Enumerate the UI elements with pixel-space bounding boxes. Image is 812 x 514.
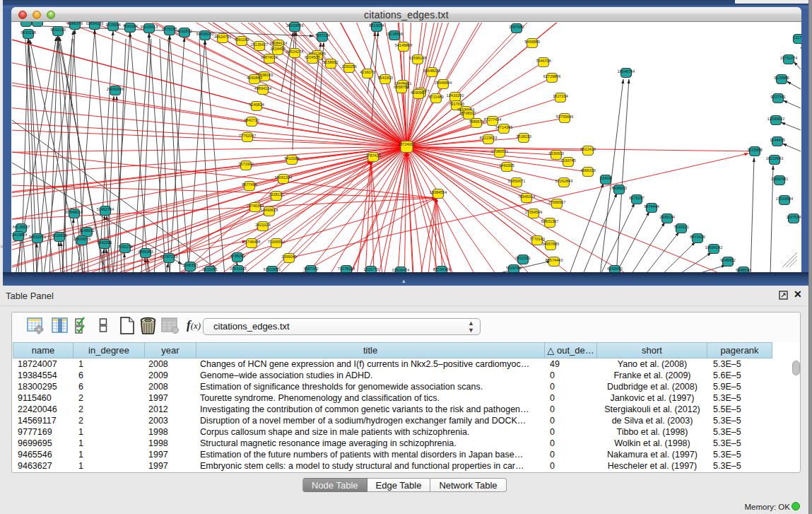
svg-text:29946804: 29946804 [435,81,452,85]
svg-text:15751074: 15751074 [780,56,797,60]
svg-text:9413186: 9413186 [284,156,299,160]
svg-text:6690967: 6690967 [411,90,425,95]
svg-text:97848018: 97848018 [66,210,83,214]
svg-text:7917693: 7917693 [449,102,464,106]
svg-text:37631165: 37631165 [230,267,247,271]
svg-text:1824493: 1824493 [270,47,285,51]
svg-text:6658760: 6658760 [394,85,408,89]
svg-text:3158692: 3158692 [323,60,338,64]
svg-text:8148932: 8148932 [79,228,94,233]
svg-text:13692991: 13692991 [771,177,788,181]
svg-text:7816184: 7816184 [122,24,137,28]
svg-text:2260256: 2260256 [341,64,356,69]
svg-text:19384554: 19384554 [430,190,447,194]
svg-text:98084124: 98084124 [270,41,287,45]
svg-text:6204505: 6204505 [305,55,319,59]
svg-text:25135427: 25135427 [251,42,268,47]
svg-text:2328120: 2328120 [269,192,283,197]
svg-text:0812191: 0812191 [515,256,530,260]
svg-text:53755646: 53755646 [556,115,573,119]
svg-text:76945314: 76945314 [518,194,535,199]
svg-text:1167534: 1167534 [786,215,801,219]
svg-text:5240824: 5240824 [249,103,264,107]
svg-text:12093832: 12093832 [767,117,784,121]
svg-text:4738299: 4738299 [230,254,245,258]
svg-text:11173: 11173 [794,35,801,40]
svg-text:9129986: 9129986 [774,76,789,80]
svg-text:0433218: 0433218 [20,30,35,35]
svg-text:37996507: 37996507 [548,200,565,204]
svg-text:65787133: 65787133 [160,255,177,259]
svg-text:7889579: 7889579 [469,119,483,124]
svg-text:10654142: 10654142 [705,245,722,250]
svg-text:8677496: 8677496 [242,182,257,187]
svg-text:7543303: 7543303 [377,76,392,80]
svg-text:02606474: 02606474 [392,268,409,272]
svg-text:8813054: 8813054 [369,23,384,28]
svg-text:34957885: 34957885 [542,242,559,246]
svg-text:5098393: 5098393 [182,263,197,267]
svg-text:34714345: 34714345 [495,125,512,129]
svg-text:61595148: 61595148 [409,56,426,60]
svg-text:4216073: 4216073 [360,70,375,74]
svg-text:54145868: 54145868 [395,43,412,47]
svg-text:8708317: 8708317 [461,111,476,115]
svg-text:2421024: 2421024 [255,223,270,227]
svg-text:5009788: 5009788 [506,266,521,270]
svg-text:64139537: 64139537 [13,225,30,229]
svg-text:7193745: 7193745 [560,158,575,163]
svg-text:1399049: 1399049 [281,255,296,259]
svg-text:73178108: 73178108 [338,267,355,271]
svg-text:57262849: 57262849 [555,179,572,183]
svg-text:5466889: 5466889 [524,40,539,44]
svg-text:3518233: 3518233 [516,134,531,139]
svg-text:7182278: 7182278 [117,245,132,249]
svg-text:4966319: 4966319 [580,168,595,173]
svg-text:28809570: 28809570 [73,237,90,241]
svg-text:2935134: 2935134 [659,215,674,219]
svg-text:1226916: 1226916 [52,233,66,238]
svg-text:6179197: 6179197 [629,196,644,200]
svg-text:8471626: 8471626 [690,235,705,239]
svg-text:8938923: 8938923 [611,186,626,190]
svg-text:96532871: 96532871 [29,235,46,239]
svg-text:3387262: 3387262 [303,267,318,271]
svg-text:17080531: 17080531 [491,149,508,153]
svg-text:7991183: 7991183 [234,37,249,42]
svg-text:80831367: 80831367 [541,219,558,223]
svg-text:0330923: 0330923 [548,151,563,156]
svg-text:7632621: 7632621 [673,225,688,229]
svg-text:7357224: 7357224 [314,33,329,37]
svg-text:8721489: 8721489 [428,95,443,99]
svg-text:1671902: 1671902 [238,162,253,166]
svg-text:62729806: 62729806 [543,74,560,78]
svg-text:27354549: 27354549 [525,210,542,214]
svg-text:7770143: 7770143 [529,237,544,241]
svg-text:9474444: 9474444 [644,204,659,209]
svg-text:02654235: 02654235 [86,22,103,25]
svg-text:3215958: 3215958 [747,148,762,152]
svg-text:00524278: 00524278 [286,49,303,54]
svg-text:5430391: 5430391 [97,240,112,245]
svg-text:7346706: 7346706 [536,59,551,63]
svg-text:4060883: 4060883 [247,76,261,80]
svg-text:1031051: 1031051 [202,267,217,271]
svg-text:9227341: 9227341 [770,95,785,99]
svg-text:8386379: 8386379 [67,22,82,25]
svg-text:16409: 16409 [600,176,611,180]
svg-text:9912419: 9912419 [580,147,595,151]
svg-text:9600133: 9600133 [50,28,65,32]
svg-text:9245652: 9245652 [720,258,735,262]
svg-text:67010651: 67010651 [264,267,281,271]
svg-text:0842710: 0842710 [244,118,259,122]
svg-text:29053346: 29053346 [107,87,124,91]
svg-text:99091334: 99091334 [275,175,292,180]
svg-text:17016504: 17016504 [776,197,793,201]
svg-text:1326773: 1326773 [363,267,378,271]
svg-text:2087682: 2087682 [509,25,524,29]
svg-text:72423884: 72423884 [11,233,27,237]
svg-text:1615594: 1615594 [105,23,120,27]
svg-text:34874016: 34874016 [261,55,278,59]
svg-text:1627204: 1627204 [553,94,567,98]
svg-text:6193990: 6193990 [607,267,622,271]
